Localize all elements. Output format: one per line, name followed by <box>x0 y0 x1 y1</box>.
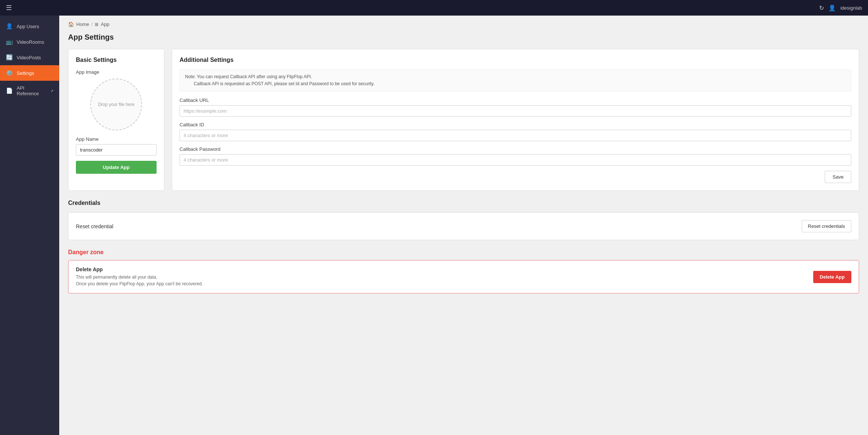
videoposts-icon: 🔄 <box>6 54 13 61</box>
delete-app-button[interactable]: Delete App <box>813 271 851 283</box>
note-box: Note: You can request Callback API after… <box>180 69 851 92</box>
topbar: ☰ ↻ 👤 idesignlab <box>0 0 868 16</box>
username-label: idesignlab <box>840 5 862 11</box>
callback-password-input[interactable] <box>180 154 851 166</box>
sidebar-label-videorooms: VideoRooms <box>17 39 44 45</box>
settings-icon: ⚙️ <box>6 70 13 76</box>
videorooms-icon: 📺 <box>6 39 13 45</box>
page-title: App Settings <box>68 33 859 41</box>
update-app-button[interactable]: Update App <box>76 161 157 174</box>
save-button[interactable]: Save <box>825 171 851 183</box>
credentials-section: Credentials Reset credential Reset crede… <box>68 200 859 240</box>
user-icon: 👤 <box>828 4 836 11</box>
additional-settings-title: Additional Settings <box>180 57 851 63</box>
sidebar-label-videoposts: VideoPosts <box>17 55 41 60</box>
callback-id-label: Callback ID <box>180 122 851 127</box>
credentials-card: Reset credential Reset credentials <box>68 212 859 240</box>
additional-settings-card: Additional Settings Note: You can reques… <box>172 49 859 191</box>
app-users-icon: 👤 <box>6 23 13 30</box>
home-icon: 🏠 <box>68 21 74 27</box>
main-content: 🏠 Home / ⊞ App App Settings Basic Settin… <box>59 16 868 435</box>
sidebar-item-videorooms[interactable]: 📺 VideoRooms <box>0 34 59 50</box>
app-image-label: App Image <box>76 69 157 75</box>
external-link-icon: ↗ <box>50 89 53 93</box>
sidebar-label-settings: Settings <box>17 70 34 76</box>
settings-row: Basic Settings App Image Drop your file … <box>68 49 859 191</box>
danger-desc-line1: This will permanently delete all your da… <box>76 274 203 280</box>
callback-password-group: Callback Password <box>180 146 851 166</box>
breadcrumb-app[interactable]: App <box>101 21 109 27</box>
danger-zone-section: Danger zone Delete App This will permane… <box>68 249 859 293</box>
hamburger-icon[interactable]: ☰ <box>6 4 12 12</box>
sidebar-item-videoposts[interactable]: 🔄 VideoPosts <box>0 50 59 65</box>
drop-zone-text: Drop your file here <box>92 102 141 107</box>
sidebar-label-api-reference: API Reference <box>17 85 46 96</box>
credentials-title: Credentials <box>68 200 859 206</box>
app-name-label: App Name <box>76 136 157 142</box>
sidebar-item-app-users[interactable]: 👤 App Users <box>0 19 59 34</box>
callback-password-label: Callback Password <box>180 146 851 152</box>
danger-app-title: Delete App <box>76 266 203 272</box>
danger-info: Delete App This will permanently delete … <box>76 266 203 287</box>
danger-zone-title: Danger zone <box>68 249 859 256</box>
refresh-icon[interactable]: ↻ <box>819 4 824 11</box>
callback-id-input[interactable] <box>180 130 851 141</box>
api-reference-icon: 📄 <box>6 87 13 94</box>
sidebar-item-api-reference[interactable]: 📄 API Reference ↗ <box>0 81 59 101</box>
main-layout: 👤 App Users 📺 VideoRooms 🔄 VideoPosts ⚙️… <box>0 16 868 435</box>
basic-settings-title: Basic Settings <box>76 57 157 63</box>
danger-desc-line2: Once you delete your FlipFlop App, your … <box>76 280 203 287</box>
callback-url-input[interactable] <box>180 105 851 117</box>
reset-credential-label: Reset credential <box>76 223 113 229</box>
callback-url-group: Callback URL <box>180 97 851 117</box>
sidebar-label-app-users: App Users <box>17 24 39 29</box>
breadcrumb-app-icon: ⊞ <box>95 22 98 27</box>
breadcrumb-home[interactable]: Home <box>76 21 89 27</box>
sidebar-item-settings[interactable]: ⚙️ Settings <box>0 65 59 81</box>
drop-zone[interactable]: Drop your file here <box>90 79 142 130</box>
basic-settings-card: Basic Settings App Image Drop your file … <box>68 49 164 191</box>
breadcrumb: 🏠 Home / ⊞ App <box>68 21 859 27</box>
app-name-input[interactable] <box>76 144 157 156</box>
danger-card: Delete App This will permanently delete … <box>68 260 859 293</box>
sidebar: 👤 App Users 📺 VideoRooms 🔄 VideoPosts ⚙️… <box>0 16 59 435</box>
callback-url-label: Callback URL <box>180 97 851 103</box>
callback-id-group: Callback ID <box>180 122 851 141</box>
note-text: Note: You can request Callback API after… <box>185 74 375 86</box>
reset-credentials-button[interactable]: Reset credentials <box>802 220 851 232</box>
breadcrumb-separator: / <box>91 21 93 27</box>
